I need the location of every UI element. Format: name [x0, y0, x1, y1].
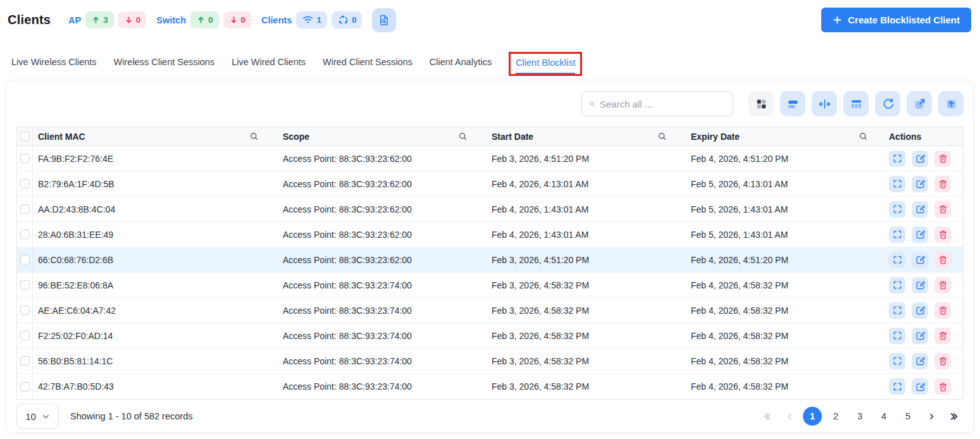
switch-down-badge[interactable]: 0 [223, 11, 252, 28]
page-button-2[interactable]: 2 [826, 407, 846, 426]
expand-button[interactable] [889, 176, 905, 192]
header-start-date[interactable]: Start Date [487, 127, 686, 145]
expand-button[interactable] [889, 353, 905, 369]
header-scope[interactable]: Scope [278, 127, 487, 145]
edit-button[interactable] [912, 201, 928, 218]
ap-stats: AP 3 0 [68, 11, 146, 28]
create-blocklisted-client-button[interactable]: Create Blocklisted Client [821, 8, 971, 32]
edit-button[interactable] [912, 353, 928, 369]
edit-icon [915, 305, 926, 316]
tab-client-analytics[interactable]: Client Analytics [430, 57, 492, 76]
search-input[interactable] [600, 99, 726, 109]
page-button-4[interactable]: 4 [874, 407, 894, 426]
records-summary: Showing 1 - 10 of 582 records [70, 411, 192, 421]
switch-up-badge[interactable]: 0 [190, 11, 219, 28]
tab-wired-client-sessions[interactable]: Wired Client Sessions [323, 57, 412, 76]
edit-button[interactable] [912, 226, 928, 243]
search-box[interactable] [581, 91, 733, 116]
ap-label[interactable]: AP [68, 15, 81, 25]
expand-button[interactable] [889, 302, 905, 319]
grid-view-icon [755, 97, 768, 111]
edit-button[interactable] [912, 151, 928, 167]
delete-icon [938, 229, 948, 240]
scope-cell: Access Point: 88:3C:93:23:62:00 [278, 222, 487, 247]
arrow-up-icon [196, 15, 206, 25]
delete-button[interactable] [934, 151, 951, 167]
page-size-select[interactable]: 10 [16, 404, 59, 429]
delete-button[interactable] [934, 201, 951, 218]
expand-button[interactable] [889, 378, 905, 395]
row-checkbox-cell [17, 374, 33, 399]
next-page-button[interactable] [922, 407, 941, 426]
delete-button[interactable] [934, 353, 951, 369]
row-density-button[interactable] [780, 91, 805, 116]
tab-live-wired-clients[interactable]: Live Wired Clients [232, 57, 306, 76]
row-checkbox[interactable] [20, 204, 30, 214]
ap-up-badge[interactable]: 3 [85, 11, 114, 28]
expand-button[interactable] [889, 252, 905, 268]
wireless-clients-badge[interactable]: 1 [296, 11, 327, 28]
manage-columns-button[interactable] [843, 91, 869, 116]
row-checkbox[interactable] [20, 280, 30, 290]
delete-button[interactable] [934, 302, 951, 319]
fit-columns-button[interactable] [812, 91, 837, 116]
edit-button[interactable] [912, 328, 928, 344]
delete-button[interactable] [934, 252, 951, 268]
expand-button[interactable] [889, 328, 905, 344]
row-checkbox[interactable] [20, 179, 30, 189]
row-checkbox[interactable] [20, 331, 30, 340]
expand-icon [892, 204, 903, 214]
edit-button[interactable] [912, 277, 928, 294]
ap-down-badge[interactable]: 0 [118, 11, 147, 28]
edit-button[interactable] [912, 378, 928, 395]
page-button-5[interactable]: 5 [898, 407, 918, 426]
row-checkbox-cell [17, 171, 33, 196]
export-button[interactable] [938, 91, 964, 116]
open-in-new-button[interactable] [907, 91, 932, 116]
client-mac-cell: 42:7B:A7:B0:5D:43 [33, 374, 278, 399]
row-checkbox[interactable] [20, 382, 30, 392]
page-button-3[interactable]: 3 [850, 407, 870, 426]
scope-cell: Access Point: 88:3C:93:23:74:00 [278, 273, 487, 297]
row-checkbox[interactable] [20, 356, 30, 366]
mesh-clients-badge[interactable]: 0 [332, 11, 363, 28]
delete-button[interactable] [934, 226, 951, 243]
last-page-button[interactable] [945, 407, 964, 426]
refresh-button[interactable] [875, 91, 900, 116]
delete-button[interactable] [934, 328, 951, 344]
delete-button[interactable] [934, 176, 951, 192]
expand-button[interactable] [889, 277, 905, 294]
client-search-button[interactable] [372, 8, 396, 32]
column-search-icon[interactable] [249, 132, 259, 141]
header-client-mac[interactable]: Client MAC [33, 127, 278, 145]
header-expiry-date[interactable]: Expiry Date [686, 127, 887, 145]
first-page-button[interactable] [757, 407, 776, 426]
tab-client-blocklist[interactable]: Client Blocklist [516, 58, 575, 74]
tab-live-wireless-clients[interactable]: Live Wireless Clients [11, 57, 97, 76]
previous-page-button[interactable] [780, 407, 799, 426]
select-all-checkbox[interactable] [20, 132, 30, 141]
switch-label[interactable]: Switch [156, 15, 186, 25]
edit-button[interactable] [912, 302, 928, 319]
expand-button[interactable] [889, 201, 905, 218]
column-search-icon[interactable] [458, 132, 468, 141]
delete-button[interactable] [934, 277, 951, 294]
start-date-cell: Feb 3, 2026, 4:51:20 PM [487, 247, 686, 272]
column-search-icon[interactable] [859, 132, 868, 141]
edit-button[interactable] [912, 176, 928, 192]
delete-button[interactable] [934, 378, 951, 395]
tab-wireless-client-sessions[interactable]: Wireless Client Sessions [114, 57, 215, 76]
expand-icon [892, 356, 903, 366]
grid-view-button[interactable] [748, 91, 774, 116]
column-search-icon[interactable] [657, 132, 667, 141]
page-button-1[interactable]: 1 [803, 407, 822, 426]
clients-label[interactable]: Clients [261, 15, 292, 25]
expand-button[interactable] [889, 226, 905, 243]
row-checkbox[interactable] [20, 306, 30, 315]
edit-button[interactable] [912, 252, 928, 268]
row-checkbox[interactable] [20, 255, 30, 264]
row-checkbox[interactable] [20, 154, 30, 163]
expand-button[interactable] [889, 151, 905, 167]
start-date-cell: Feb 3, 2026, 4:58:32 PM [487, 374, 686, 399]
row-checkbox[interactable] [20, 230, 30, 239]
